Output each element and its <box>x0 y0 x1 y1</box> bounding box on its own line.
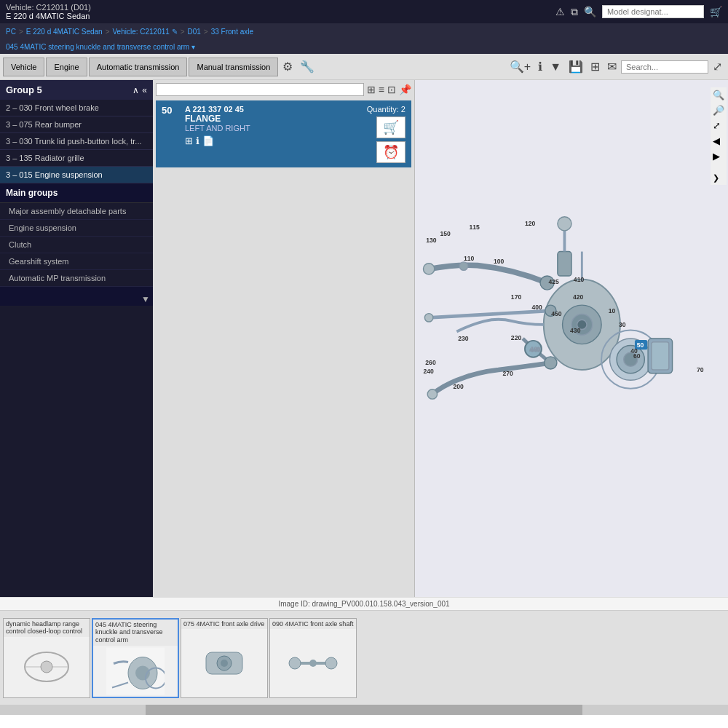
svg-text:150: 150 <box>440 230 451 237</box>
parts-panel: ⊞ ≡ ⊡ 📌 50 A 221 337 02 45 FLANGE LEFT A… <box>153 80 415 597</box>
sidebar-expand-icon[interactable]: ∧ <box>132 85 139 95</box>
svg-text:70: 70 <box>697 366 704 373</box>
warning-icon[interactable]: ⚠ <box>555 6 565 17</box>
breadcrumb-vehicle[interactable]: Vehicle: C212011 ✎ <box>112 28 177 36</box>
parts-grid-icon[interactable]: ⊞ <box>367 84 376 95</box>
save-icon[interactable]: 💾 <box>566 58 586 75</box>
breadcrumb-front-axle[interactable]: 33 Front axle <box>211 28 253 36</box>
breadcrumb-vehicle-model[interactable]: E 220 d 4MATIC Sedan <box>26 28 103 36</box>
thumbnail-1[interactable]: 045 4MATIC steering knuckle and transver… <box>92 618 179 698</box>
tab-auto-trans[interactable]: Automatic transmission <box>89 58 188 76</box>
thumbnail-2[interactable]: 075 4MATIC front axle drive <box>181 618 268 698</box>
sidebar-subitem-4[interactable]: Automatic MP transmission <box>0 270 153 287</box>
svg-text:440: 440 <box>530 346 541 353</box>
search-icon[interactable]: 🔍 <box>584 6 596 17</box>
svg-text:240: 240 <box>423 368 434 375</box>
zoom-in-icon[interactable]: 🔍+ <box>507 58 534 75</box>
breadcrumb-d01[interactable]: D01 <box>187 28 200 36</box>
svg-text:425: 425 <box>548 278 559 285</box>
filter-icon[interactable]: ▼ <box>547 59 564 75</box>
parts-list-icon[interactable]: ≡ <box>379 84 384 95</box>
parts-search-input[interactable] <box>156 83 364 96</box>
svg-text:170: 170 <box>511 293 522 301</box>
diagram-zoom-in-icon[interactable]: 🔍 <box>713 90 724 100</box>
sidebar-item-1[interactable]: 3 – 075 Rear bumper <box>0 116 153 133</box>
info-icon[interactable]: ℹ <box>535 58 545 75</box>
email-icon[interactable]: ✉ <box>604 58 620 75</box>
schedule-button[interactable]: ⏰ <box>376 141 405 163</box>
thumb-label-0: dynamic headlamp range control closed-lo… <box>4 619 90 638</box>
svg-point-5 <box>423 264 434 274</box>
svg-text:260: 260 <box>425 359 436 366</box>
thumb-img-0 <box>4 637 90 697</box>
tab-engine[interactable]: Engine <box>46 58 87 76</box>
svg-point-8 <box>427 389 437 399</box>
sidebar-item-0[interactable]: 2 – 030 Front wheel brake <box>0 100 153 116</box>
part-info-icon[interactable]: ℹ <box>196 135 199 146</box>
diagram-prev-icon[interactable]: ◀ <box>713 135 724 146</box>
toolbar-search-input[interactable] <box>621 60 708 74</box>
sidebar-subitem-2[interactable]: Clutch <box>0 237 153 253</box>
parts-pin-icon[interactable]: 📌 <box>399 84 411 95</box>
sidebar-subitem-0[interactable]: Major assembly detachable parts <box>0 203 153 220</box>
parts-export-icon[interactable]: ⊡ <box>387 84 396 95</box>
part-number: 50 <box>162 105 179 116</box>
breadcrumb-pc[interactable]: PC <box>6 28 16 36</box>
grid-icon[interactable]: ⊞ <box>587 58 603 75</box>
copy-icon[interactable]: ⧉ <box>571 6 578 18</box>
app-title: Vehicle: C212011 (D01) <box>6 3 91 12</box>
breadcrumb-part-link[interactable]: 045 4MATIC steering knuckle and transver… <box>6 43 195 51</box>
svg-text:400: 400 <box>532 304 543 311</box>
thumb-label-3: 090 4MATIC front axle shaft <box>270 619 356 630</box>
svg-text:30: 30 <box>619 321 626 328</box>
svg-rect-14 <box>652 342 669 370</box>
thumbnail-strip: dynamic headlamp range control closed-lo… <box>0 610 728 705</box>
svg-text:200: 200 <box>454 383 464 390</box>
part-table-icon[interactable]: ⊞ <box>185 135 193 146</box>
svg-point-61 <box>221 660 228 667</box>
horizontal-scrollbar[interactable] <box>0 705 728 715</box>
diagram-next-icon[interactable]: ▶ <box>713 151 724 162</box>
part-quantity: Quantity: 2 <box>367 105 405 114</box>
expand-icon[interactable]: ⤢ <box>710 58 725 75</box>
wrench-icon[interactable]: 🔧 <box>297 58 317 75</box>
model-search-input[interactable] <box>602 5 704 18</box>
svg-rect-18 <box>558 252 571 276</box>
sidebar-scroll-down[interactable]: ▼ <box>141 294 150 304</box>
sidebar-item-3[interactable]: 3 – 135 Radiator grille <box>0 150 153 167</box>
top-bar: Vehicle: C212011 (D01) E 220 d 4MATIC Se… <box>0 0 728 23</box>
parts-toolbar: ⊞ ≡ ⊡ 📌 <box>153 80 414 99</box>
sidebar: Group 5 ∧ « 2 – 030 Front wheel brake 3 … <box>0 80 153 597</box>
add-to-cart-button[interactable]: 🛒 <box>376 116 405 138</box>
thumbnail-0[interactable]: dynamic headlamp range control closed-lo… <box>3 618 90 698</box>
part-icons: ⊞ ℹ 📄 <box>185 135 361 146</box>
svg-text:50: 50 <box>637 341 644 349</box>
image-id-bar: Image ID: drawing_PV000.010.158.043_vers… <box>0 597 728 610</box>
thumbnail-3[interactable]: 090 4MATIC front axle shaft <box>269 618 357 698</box>
sidebar-collapse-icon[interactable]: « <box>142 85 147 95</box>
svg-point-7 <box>545 357 557 369</box>
svg-text:130: 130 <box>426 237 437 244</box>
settings-icon[interactable]: ⚙ <box>280 58 296 75</box>
part-doc-icon[interactable]: 📄 <box>202 135 214 146</box>
diagram-fit-icon[interactable]: ⤢ <box>713 120 724 131</box>
diagram-area: 440 115 120 130 150 110 100 425 410 170 … <box>415 80 728 597</box>
sidebar-item-2[interactable]: 3 – 030 Trunk lid push-button lock, tr..… <box>0 133 153 150</box>
tab-vehicle[interactable]: Vehicle <box>3 58 44 76</box>
sidebar-subitem-1[interactable]: Engine suspension <box>0 220 153 237</box>
image-id-text: Image ID: drawing_PV000.010.158.043_vers… <box>278 600 449 608</box>
part-code: A 221 337 02 45 <box>185 105 361 114</box>
diagram-scroll-right[interactable]: ❯ <box>713 173 724 183</box>
svg-text:230: 230 <box>458 335 469 342</box>
sidebar-subitem-3[interactable]: Gearshift system <box>0 253 153 270</box>
part-note: LEFT AND RIGHT <box>185 124 361 132</box>
cart-icon[interactable]: 🛒 <box>710 6 722 17</box>
svg-text:270: 270 <box>502 370 513 377</box>
tab-manual-trans[interactable]: Manual transmission <box>189 58 278 76</box>
app-subtitle: E 220 d 4MATIC Sedan <box>6 12 91 20</box>
svg-point-64 <box>289 657 301 669</box>
svg-point-6 <box>459 262 467 270</box>
sidebar-item-4[interactable]: 3 – 015 Engine suspension <box>0 167 153 183</box>
sidebar-header: Group 5 ∧ « <box>0 80 153 100</box>
diagram-zoom-out-icon[interactable]: 🔎 <box>713 105 724 116</box>
